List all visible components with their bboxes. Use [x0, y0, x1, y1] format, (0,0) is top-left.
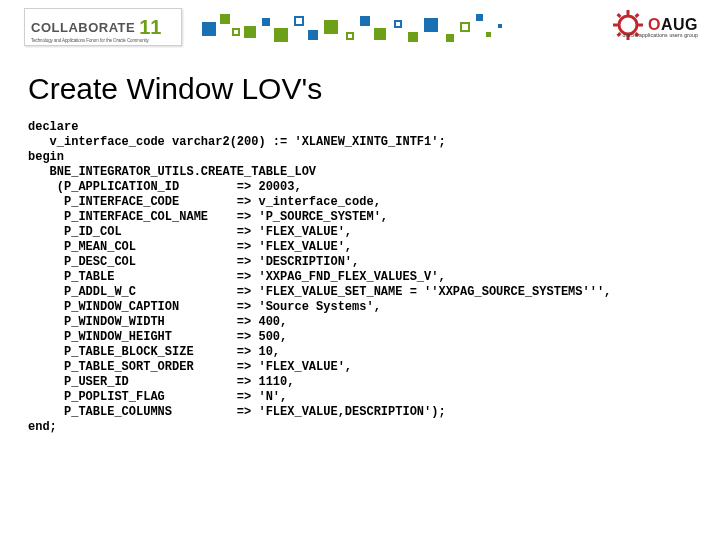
- svg-rect-6: [635, 13, 640, 18]
- oaug-subtitle: oracle applications users group: [623, 32, 698, 38]
- logo-tagline: Technology and Applications Forum for th…: [31, 38, 149, 43]
- square-icon: [476, 14, 483, 21]
- page-title: Create Window LOV's: [28, 72, 322, 106]
- square-icon: [294, 16, 304, 26]
- svg-rect-4: [638, 24, 643, 27]
- square-icon: [346, 32, 354, 40]
- square-icon: [202, 22, 216, 36]
- svg-rect-1: [626, 10, 629, 15]
- square-icon: [394, 20, 402, 28]
- square-icon: [308, 30, 318, 40]
- svg-rect-3: [613, 24, 618, 27]
- square-icon: [244, 26, 256, 38]
- decorative-squares: [202, 10, 542, 54]
- square-icon: [262, 18, 270, 26]
- square-icon: [424, 18, 438, 32]
- code-block: declare v_interface_code varchar2(200) :…: [28, 120, 611, 435]
- square-icon: [360, 16, 370, 26]
- square-icon: [274, 28, 288, 42]
- square-icon: [324, 20, 338, 34]
- square-icon: [446, 34, 454, 42]
- square-icon: [374, 28, 386, 40]
- logo-suffix: 11: [139, 17, 161, 37]
- svg-rect-7: [617, 32, 622, 37]
- logo-main: COLLABORATE: [31, 20, 135, 35]
- square-icon: [486, 32, 491, 37]
- square-icon: [220, 14, 230, 24]
- square-icon: [498, 24, 502, 28]
- header: COLLABORATE 11 Technology and Applicatio…: [0, 0, 720, 58]
- square-icon: [408, 32, 418, 42]
- collaborate-logo: COLLABORATE 11 Technology and Applicatio…: [24, 8, 182, 46]
- svg-rect-5: [617, 13, 622, 18]
- square-icon: [460, 22, 470, 32]
- slide: COLLABORATE 11 Technology and Applicatio…: [0, 0, 720, 540]
- square-icon: [232, 28, 240, 36]
